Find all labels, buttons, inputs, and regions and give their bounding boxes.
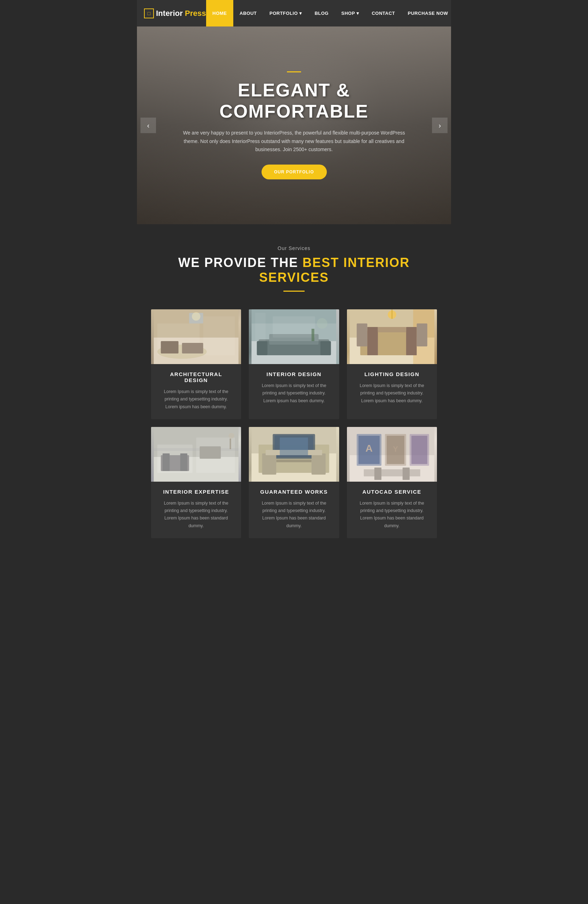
svg-rect-12 [257,341,268,355]
svg-rect-3 [203,316,235,355]
svg-rect-25 [406,327,416,355]
service-card-lighting: LIGHTING DESIGN Lorem Ipsum is simply te… [347,309,437,419]
logo-text-press: Press [185,9,206,18]
svg-rect-13 [320,341,331,355]
service-card-autocad: A Y AUTOCAD SERVICE Lorem Ipsum is simpl… [347,427,437,538]
svg-point-40 [229,433,234,439]
service-desc-architectural: Lorem Ipsum is simply text of the printi… [158,388,234,411]
svg-rect-28 [416,324,427,346]
logo-text-interior: Interior [156,9,183,18]
hero-description: We are very happy to present to you Inte… [181,129,407,154]
hero-content: ELEGANT & COMFORTABLE We are very happy … [174,64,414,186]
service-title-autocad: AUTOCAD SERVICE [354,489,430,495]
services-title-white: WE PROVIDE THE [178,255,298,270]
service-desc-expertise: Lorem Ipsum is simply text of the printi… [158,500,234,530]
services-underline [284,291,304,292]
svg-rect-62 [364,469,420,476]
svg-rect-47 [276,460,312,462]
svg-rect-64 [402,468,410,480]
svg-rect-17 [255,313,266,341]
service-card-guaranteed: GUARANTEED WORKS Lorem Ipsum is simply t… [249,427,339,538]
svg-rect-63 [374,468,381,480]
logo[interactable]: □ InteriorPress [144,8,206,18]
svg-point-8 [192,312,200,321]
svg-rect-37 [180,454,188,471]
services-subtitle: Our Services [151,245,437,251]
svg-rect-16 [273,316,315,338]
service-desc-autocad: Lorem Ipsum is simply text of the printi… [354,500,430,530]
svg-rect-61 [411,436,427,464]
svg-rect-38 [154,448,239,451]
service-title-lighting: LIGHTING DESIGN [354,371,430,377]
nav-contact[interactable]: CONTACT [365,0,401,27]
service-image-lighting [347,309,437,364]
hero-next-button[interactable]: › [432,118,448,133]
nav-blog[interactable]: BLOG [308,0,335,27]
service-desc-interior: Lorem Ipsum is simply text of the printi… [256,382,332,405]
service-card-expertise: INTERIOR EXPERTISE Lorem Ipsum is simply… [151,427,241,538]
svg-rect-49 [312,454,326,475]
nav-home[interactable]: HOME [206,0,233,27]
services-title: WE PROVIDE THE BEST INTERIOR SERVICES [151,255,437,285]
nav-purchase[interactable]: PURCHASE NOW [401,0,451,27]
svg-rect-39 [200,446,221,459]
service-image-autocad: A Y [347,427,437,482]
nav-shop[interactable]: SHOP ▾ [335,0,365,27]
service-image-guaranteed [249,427,339,482]
svg-rect-19 [312,329,314,341]
service-title-architectural: ARCHITECTURAL DESIGN [158,371,234,383]
svg-text:Y: Y [393,444,398,454]
svg-rect-26 [378,327,406,332]
nav-about[interactable]: ABOUT [233,0,263,27]
svg-rect-5 [161,341,178,354]
services-section: Our Services WE PROVIDE THE BEST INTERIO… [137,224,451,556]
hero-title: ELEGANT & COMFORTABLE [181,79,407,122]
service-image-expertise [151,427,241,482]
service-title-guaranteed: GUARANTEED WORKS [256,489,332,495]
hero-prev-button[interactable]: ‹ [140,118,156,133]
service-title-expertise: INTERIOR EXPERTISE [158,489,234,495]
svg-rect-48 [262,454,276,475]
svg-rect-27 [356,324,367,346]
svg-rect-41 [230,439,231,449]
service-desc-guaranteed: Lorem Ipsum is simply text of the printi… [256,500,332,530]
svg-rect-6 [182,343,203,354]
svg-rect-24 [367,327,378,355]
svg-rect-51 [280,438,308,455]
service-desc-lighting: Lorem Ipsum is simply text of the printi… [354,382,430,405]
nav-menu: HOME ABOUT PORTFOLIO ▾ BLOG SHOP ▾ CONTA… [206,0,451,27]
svg-text:A: A [365,443,372,454]
service-image-interior [249,309,339,364]
service-card-interior: INTERIOR DESIGN Lorem Ipsum is simply te… [249,309,339,419]
logo-icon: □ [144,8,154,18]
service-card-architectural: ARCHITECTURAL DESIGN Lorem Ipsum is simp… [151,309,241,419]
svg-rect-36 [163,454,170,471]
nav-portfolio[interactable]: PORTFOLIO ▾ [263,0,308,27]
svg-point-18 [317,318,328,329]
navbar: □ InteriorPress HOME ABOUT PORTFOLIO ▾ B… [137,0,451,27]
service-title-interior: INTERIOR DESIGN [256,371,332,377]
service-image-architectural [151,309,241,364]
hero-cta-button[interactable]: OUR PORTFOLIO [262,164,327,179]
hero-section: ‹ ELEGANT & COMFORTABLE We are very happ… [137,27,451,224]
services-grid: ARCHITECTURAL DESIGN Lorem Ipsum is simp… [151,309,437,538]
hero-decorative-line [287,71,301,73]
